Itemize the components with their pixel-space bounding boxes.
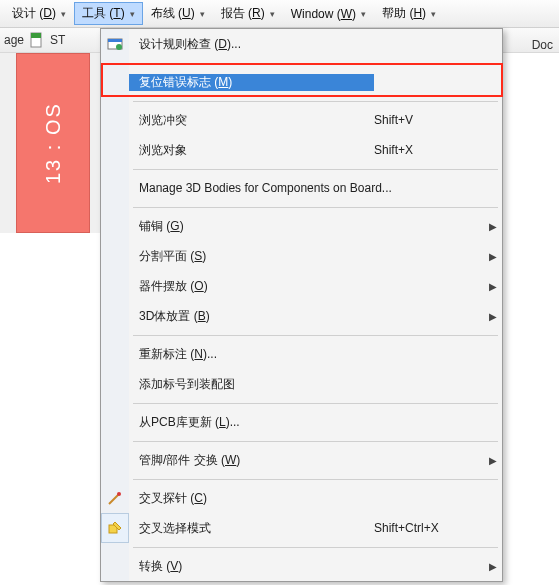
menu-item-add-designators[interactable]: 添加标号到装配图: [101, 369, 502, 399]
menu-item-pin-part-swap[interactable]: 管脚/部件 交换 (W) ▶: [101, 445, 502, 475]
menu-design[interactable]: 设计 (D) ▾: [4, 2, 74, 25]
menu-separator: [101, 97, 502, 105]
menu-tools-label: 工具 (T): [82, 5, 125, 22]
menu-report-label: 报告 (R): [221, 5, 265, 22]
menu-bar: 设计 (D) ▾ 工具 (T) ▾ 布线 (U) ▾ 报告 (R) ▾ Wind…: [0, 0, 559, 28]
menu-item-browse-objects[interactable]: 浏览对象 Shift+X: [101, 135, 502, 165]
document-green-icon: [29, 32, 45, 48]
menu-item-label: 3D体放置 (B): [139, 308, 210, 325]
menu-separator: [101, 59, 502, 67]
menu-route-label: 布线 (U): [151, 5, 195, 22]
red-side-panel: 13 : OS: [16, 53, 90, 233]
caret-icon: ▾: [361, 9, 366, 19]
svg-point-4: [116, 44, 122, 50]
menu-item-label: 添加标号到装配图: [139, 376, 235, 393]
svg-point-6: [117, 492, 121, 496]
menu-item-label: 复位错误标志 (M): [139, 74, 232, 91]
red-panel-text: 13 : OS: [42, 102, 65, 184]
svg-rect-1: [31, 33, 41, 38]
menu-item-label: 交叉探针 (C): [139, 490, 207, 507]
menu-design-label: 设计 (D): [12, 5, 56, 22]
menu-item-reannotate[interactable]: 重新标注 (N)...: [101, 339, 502, 369]
menu-item-component-placement[interactable]: 器件摆放 (O) ▶: [101, 271, 502, 301]
svg-rect-3: [108, 39, 122, 42]
menu-report[interactable]: 报告 (R) ▾: [213, 2, 283, 25]
tab-st[interactable]: ST: [50, 33, 65, 47]
menu-item-label: 浏览冲突: [139, 112, 187, 129]
menu-item-label: 浏览对象: [139, 142, 187, 159]
caret-icon: ▾: [61, 9, 66, 19]
menu-item-label: 器件摆放 (O): [139, 278, 208, 295]
menu-item-reset-error-markers[interactable]: 复位错误标志 (M): [101, 67, 502, 97]
menu-item-polygon-pours[interactable]: 铺铜 (G) ▶: [101, 211, 502, 241]
caret-icon: ▾: [200, 9, 205, 19]
cross-probe-icon: [101, 483, 129, 513]
submenu-arrow-icon: ▶: [484, 281, 502, 292]
menu-item-label: 设计规则检查 (D)...: [139, 36, 241, 53]
menu-item-label: 从PCB库更新 (L)...: [139, 414, 240, 431]
submenu-arrow-icon: ▶: [484, 455, 502, 466]
menu-separator: [101, 475, 502, 483]
menu-item-manage-3d-bodies[interactable]: Manage 3D Bodies for Components on Board…: [101, 173, 502, 203]
cross-select-icon: [101, 513, 129, 543]
menu-item-cross-select-mode[interactable]: 交叉选择模式 Shift+Ctrl+X: [101, 513, 502, 543]
menu-separator: [101, 331, 502, 339]
menu-separator: [101, 203, 502, 211]
drc-icon: [101, 29, 129, 59]
menu-item-label: 铺铜 (G): [139, 218, 184, 235]
menu-tools[interactable]: 工具 (T) ▾: [74, 2, 143, 25]
caret-icon: ▾: [431, 9, 436, 19]
menu-item-browse-violations[interactable]: 浏览冲突 Shift+V: [101, 105, 502, 135]
menu-separator: [101, 165, 502, 173]
tools-dropdown: 设计规则检查 (D)... 复位错误标志 (M) 浏览冲突 Shift+V 浏览…: [100, 28, 503, 582]
menu-shortcut: Shift+V: [374, 113, 484, 127]
menu-window[interactable]: Window (W) ▾: [283, 4, 374, 24]
menu-item-label: 交叉选择模式: [139, 520, 211, 537]
submenu-arrow-icon: ▶: [484, 311, 502, 322]
svg-line-5: [109, 494, 119, 504]
tab-age[interactable]: age: [4, 33, 24, 47]
submenu-arrow-icon: ▶: [484, 561, 502, 572]
caret-icon: ▾: [130, 9, 135, 19]
menu-item-design-rule-check[interactable]: 设计规则检查 (D)...: [101, 29, 502, 59]
menu-separator: [101, 399, 502, 407]
menu-item-label: 分割平面 (S): [139, 248, 206, 265]
menu-item-label: Manage 3D Bodies for Components on Board…: [139, 181, 392, 195]
menu-route[interactable]: 布线 (U) ▾: [143, 2, 213, 25]
menu-item-convert[interactable]: 转换 (V) ▶: [101, 551, 502, 581]
menu-item-label: 重新标注 (N)...: [139, 346, 217, 363]
tab-doc[interactable]: Doc: [532, 38, 553, 52]
submenu-arrow-icon: ▶: [484, 221, 502, 232]
submenu-arrow-icon: ▶: [484, 251, 502, 262]
menu-item-cross-probe[interactable]: 交叉探针 (C): [101, 483, 502, 513]
menu-separator: [101, 437, 502, 445]
menu-shortcut: Shift+X: [374, 143, 484, 157]
menu-shortcut: Shift+Ctrl+X: [374, 521, 484, 535]
menu-item-split-planes[interactable]: 分割平面 (S) ▶: [101, 241, 502, 271]
menu-item-3d-body-placement[interactable]: 3D体放置 (B) ▶: [101, 301, 502, 331]
menu-item-label: 管脚/部件 交换 (W): [139, 452, 240, 469]
menu-item-update-from-pcb-libs[interactable]: 从PCB库更新 (L)...: [101, 407, 502, 437]
menu-help[interactable]: 帮助 (H) ▾: [374, 2, 444, 25]
caret-icon: ▾: [270, 9, 275, 19]
document-area: 13 : OS: [0, 53, 100, 233]
menu-help-label: 帮助 (H): [382, 5, 426, 22]
menu-separator: [101, 543, 502, 551]
menu-item-label: 转换 (V): [139, 558, 182, 575]
menu-window-label: Window (W): [291, 7, 356, 21]
